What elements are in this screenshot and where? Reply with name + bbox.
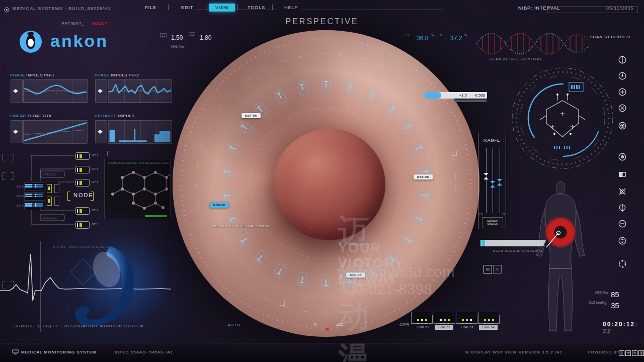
gt-node-capsule[interactable] (75, 152, 90, 160)
playback-speed[interactable]: x1/2 (336, 323, 343, 326)
instrument-capsule-icon (322, 78, 331, 92)
prt-module-3[interactable]: P R T (456, 312, 477, 324)
split-view-icon[interactable] (618, 170, 627, 179)
relay-capsule[interactable] (54, 184, 59, 193)
gain-sub-bar (454, 100, 487, 102)
gt-node-capsule[interactable] (75, 166, 90, 173)
scan-record-label: SCAN RECORD /1 (590, 35, 631, 39)
ram-title: RAM-L (484, 138, 500, 143)
slider-handle-3[interactable] (497, 179, 502, 186)
auto-mode-label[interactable]: AUTO (227, 323, 240, 327)
gt-node-capsule[interactable] (75, 179, 90, 187)
led-row (456, 314, 477, 323)
ankon-logo-icon (18, 29, 43, 56)
edge-bracket (11, 154, 14, 161)
menu-separator (203, 5, 203, 10)
link-03-chip[interactable]: LINK 03 (458, 325, 476, 330)
menu-edit[interactable]: EDIT (181, 5, 194, 10)
prt-module-2[interactable]: P R T (434, 312, 455, 324)
target-pointer (541, 226, 571, 251)
panel-tag: PHASE (10, 73, 25, 77)
rd-toggle-1[interactable]: RD (484, 265, 492, 274)
footer-bar: MEDICAL MONITORING SYSTEM BUILD 55AAD- 5… (0, 343, 644, 362)
gain-slider-handle[interactable] (424, 92, 441, 99)
polyp-lesion[interactable] (273, 129, 385, 240)
navigation-dial[interactable] (510, 65, 615, 171)
patient-label: PATIENT_ (62, 21, 85, 26)
panel-phase2-chart (108, 79, 172, 103)
link-04-chip[interactable]: LINK 04 (479, 325, 498, 330)
prt-module-1[interactable]: P R T (411, 312, 433, 324)
node-bracket-left (67, 192, 70, 201)
respiratory-label: RESPIRATORY MONITOR SYSTEM (64, 324, 143, 328)
axis-ticks (24, 103, 87, 105)
menu-view[interactable]: VIEW (209, 4, 235, 12)
slider-track-1[interactable] (486, 148, 487, 213)
panel-phase1-icon-box[interactable] (11, 79, 23, 103)
relay-capsule-active[interactable] (47, 184, 52, 193)
focus-icon[interactable] (618, 152, 627, 161)
guide-bracket (280, 152, 285, 157)
measure-icon[interactable] (618, 203, 627, 212)
close-icon[interactable] (618, 104, 627, 113)
gt-node-label: GT 1 (92, 180, 98, 184)
footer-display-version: M DISPLAY WST VIEW VERSION 3.5.2 /A1 (465, 350, 562, 354)
endoscope-view[interactable] (173, 30, 479, 337)
edge-bracket (3, 154, 6, 161)
gt-node-capsule[interactable] (75, 207, 90, 215)
relay-capsule[interactable] (54, 197, 59, 206)
rd-toggle-2[interactable]: RD (493, 265, 502, 274)
panel-phase1-title: PHASE IMPULS PH-1 (10, 73, 54, 77)
instrument-capsule-icon (365, 262, 379, 279)
bowtie-icon (16, 89, 18, 93)
prt-module-4[interactable]: P R T (478, 312, 500, 324)
date: 05/11/2035 (606, 6, 633, 11)
instrument-badge[interactable]: BSF-56 (414, 174, 433, 179)
panel-linear-icon-box[interactable] (11, 120, 23, 143)
instrument-badge[interactable]: BSF-56 (346, 273, 365, 278)
instrument-capsule-icon (399, 121, 415, 135)
instrument-capsule-icon (253, 249, 269, 264)
remove-icon[interactable] (618, 219, 627, 228)
axis-ticks (24, 143, 87, 146)
slider-handle-2[interactable] (490, 181, 495, 188)
relay-capsule-active[interactable] (47, 197, 52, 206)
battery-module (24, 192, 44, 201)
gt-node-capsule[interactable] (75, 221, 90, 229)
menu-separator (272, 5, 273, 10)
panel-distance-icon-box[interactable] (95, 120, 107, 143)
node-bracket-right (91, 192, 94, 201)
bowtie-icon (100, 89, 103, 93)
record-icon[interactable] (618, 121, 627, 130)
instrument-capsule-icon (410, 212, 426, 225)
discard-icon[interactable] (618, 187, 627, 196)
p1-label: P1 (479, 212, 482, 215)
globe-icon[interactable] (618, 259, 627, 268)
instrument-badge-selected[interactable]: BSF-56 (210, 203, 229, 208)
battery-module (24, 202, 44, 210)
led-row (434, 314, 455, 323)
gt-node-label: GT 1 (92, 167, 98, 170)
brightness-icon[interactable] (618, 55, 627, 64)
slider-track-2[interactable] (493, 148, 493, 213)
menu-help[interactable]: HELP (284, 5, 298, 10)
instrument-capsule-icon (417, 191, 431, 201)
updown-icon[interactable] (618, 236, 627, 245)
chart-grid (24, 121, 87, 143)
instrument-capsule-icon (321, 275, 330, 289)
instrument-badge[interactable]: BSF-56 (242, 113, 261, 118)
link-01-chip[interactable]: LINK 01 (414, 325, 432, 330)
link-02-chip[interactable]: LINK 02 (435, 325, 453, 330)
lesion-marker-dot (309, 227, 311, 229)
slider-handle-1[interactable] (484, 173, 489, 179)
gain-slider[interactable]: +1.5 -0.586 (424, 92, 487, 99)
menu-file[interactable]: FILE (145, 5, 156, 10)
sensor-unlock-button[interactable]: SENSOR UNLOCK (482, 217, 503, 228)
pause-indicator[interactable]: II (314, 323, 316, 326)
add-icon[interactable] (618, 87, 627, 97)
menu-tools[interactable]: TOOLS (248, 5, 265, 10)
dna-helix-visual (475, 29, 590, 58)
panel-phase2-icon-box[interactable] (95, 79, 107, 103)
timer-icon[interactable] (618, 71, 627, 80)
guide-bracket (107, 151, 112, 156)
